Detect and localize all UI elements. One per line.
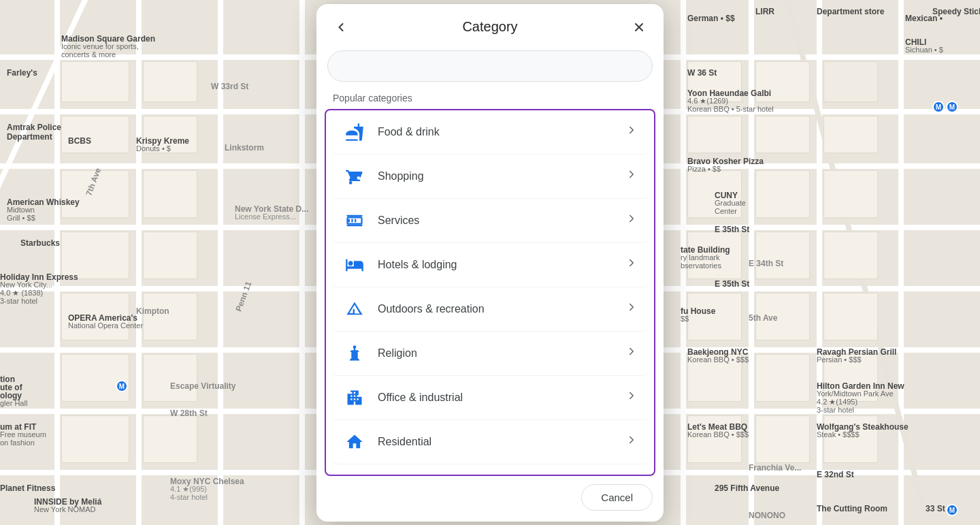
- shopping-icon: [342, 164, 367, 189]
- residential-chevron: [625, 434, 638, 449]
- svg-rect-2: [346, 214, 362, 216]
- category-item-hotels[interactable]: Hotels & lodging: [331, 243, 649, 287]
- category-item-shopping[interactable]: Shopping: [331, 155, 649, 199]
- dialog-overlay: Category Popular categories: [0, 0, 980, 525]
- back-icon: [334, 20, 348, 34]
- category-item-office[interactable]: Office & industrial: [331, 376, 649, 420]
- residential-icon: [342, 430, 367, 454]
- cancel-button[interactable]: Cancel: [581, 484, 653, 511]
- religion-chevron: [625, 345, 638, 361]
- category-item-services[interactable]: Services: [331, 199, 649, 243]
- dialog-footer: Cancel: [316, 476, 664, 522]
- outdoors-icon: [342, 297, 367, 321]
- dialog-title: Category: [355, 19, 625, 35]
- office-icon: [342, 385, 367, 410]
- category-item-education[interactable]: Education: [331, 464, 649, 476]
- office-label: Office & industrial: [378, 392, 625, 404]
- category-dialog: Category Popular categories: [316, 4, 664, 522]
- services-icon: [342, 208, 367, 233]
- hotels-label: Hotels & lodging: [378, 259, 625, 271]
- religion-label: Religion: [378, 347, 625, 360]
- back-button[interactable]: [327, 14, 355, 41]
- shopping-chevron: [625, 168, 638, 184]
- category-list: Food & drink Shopping: [325, 109, 655, 476]
- search-input[interactable]: [327, 50, 653, 82]
- svg-rect-3: [346, 224, 362, 225]
- food-drink-label: Food & drink: [378, 126, 625, 138]
- close-icon: [632, 20, 646, 34]
- category-item-residential[interactable]: Residential: [331, 420, 649, 464]
- close-button[interactable]: [625, 14, 653, 41]
- food-drink-chevron: [625, 124, 638, 140]
- section-label: Popular categories: [316, 87, 664, 109]
- category-item-food-drink[interactable]: Food & drink: [331, 110, 649, 155]
- search-area: [316, 48, 664, 87]
- hotels-chevron: [625, 257, 638, 272]
- outdoors-chevron: [625, 301, 638, 317]
- services-chevron: [625, 212, 638, 228]
- religion-icon: [342, 341, 367, 366]
- residential-label: Residential: [378, 436, 625, 448]
- hotels-icon: [342, 253, 367, 277]
- services-label: Services: [378, 214, 625, 227]
- category-item-outdoors[interactable]: Outdoors & recreation: [331, 287, 649, 332]
- shopping-label: Shopping: [378, 170, 625, 182]
- outdoors-label: Outdoors & recreation: [378, 303, 625, 315]
- category-item-religion[interactable]: Religion: [331, 332, 649, 376]
- dialog-header: Category: [316, 4, 664, 48]
- food-drink-icon: [342, 120, 367, 144]
- office-chevron: [625, 389, 638, 405]
